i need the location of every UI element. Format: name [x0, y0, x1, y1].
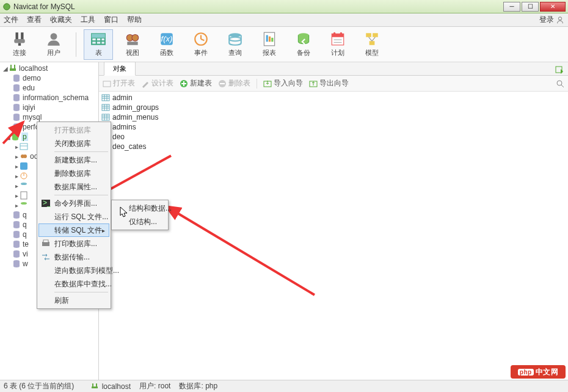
toolbar-query[interactable]: 查询: [220, 29, 250, 60]
svg-rect-15: [127, 42, 137, 45]
queries-icon: [20, 181, 28, 190]
menu-item[interactable]: 数据库属性...: [38, 180, 109, 194]
database-icon: [12, 93, 21, 102]
connection-node[interactable]: ◢ localhost: [0, 64, 98, 73]
svg-text:f(x): f(x): [161, 34, 173, 43]
database-node[interactable]: iqiyi: [0, 103, 98, 112]
database-node[interactable]: edu: [0, 83, 98, 93]
database-icon: [12, 123, 21, 131]
toolbar-report[interactable]: 报表: [255, 29, 284, 60]
menu-item[interactable]: 转储 SQL 文件▸: [38, 223, 109, 237]
table-icon: [101, 93, 110, 102]
svg-point-58: [21, 202, 27, 205]
maximize-button[interactable]: ☐: [522, 2, 539, 12]
database-node[interactable]: mysql: [0, 112, 98, 122]
svg-rect-49: [20, 143, 27, 150]
svg-rect-78: [102, 104, 109, 111]
menu-item: 打开数据库: [38, 123, 109, 137]
toolbar-model[interactable]: 模型: [357, 29, 387, 60]
search-icon[interactable]: [556, 79, 564, 88]
menu-view[interactable]: 查看: [27, 15, 42, 25]
database-node[interactable]: demo: [0, 73, 98, 83]
menu-item[interactable]: 删除数据库: [38, 167, 109, 180]
toolbar-user[interactable]: 用户: [39, 29, 68, 60]
svg-line-37: [369, 37, 372, 42]
tab-action-icon[interactable]: [555, 65, 564, 75]
delete-icon: [218, 79, 227, 88]
svg-rect-24: [266, 35, 268, 42]
database-icon: [12, 260, 21, 268]
minimize-button[interactable]: ─: [503, 2, 520, 12]
database-node[interactable]: information_schema: [0, 93, 98, 103]
delete-table-button[interactable]: 删除表: [218, 78, 250, 89]
svg-rect-36: [370, 41, 375, 45]
open-table-button[interactable]: 打开表: [103, 78, 135, 89]
toolbar-function[interactable]: f(x) 函数: [152, 29, 181, 60]
new-table-button[interactable]: 新建表: [180, 78, 212, 89]
table-row[interactable]: admin_menus: [101, 112, 566, 122]
table-row[interactable]: deo: [101, 132, 566, 142]
close-button[interactable]: ✕: [540, 2, 566, 12]
menu-item[interactable]: 关闭数据库: [38, 137, 109, 150]
window-title: Navicat for MySQL: [13, 2, 503, 11]
database-icon: [12, 84, 21, 92]
toolbar-backup[interactable]: 备份: [289, 29, 318, 60]
toolbar-schedule[interactable]: 计划: [323, 29, 352, 60]
login-link[interactable]: 登录: [539, 15, 564, 25]
menu-favorites[interactable]: 收藏夹: [50, 15, 72, 25]
svg-rect-103: [92, 383, 93, 387]
menu-item[interactable]: 打印数据库...: [38, 237, 109, 250]
views-icon: [20, 152, 28, 161]
menu-file[interactable]: 文件: [4, 15, 18, 25]
table-list[interactable]: adminadmin_groupsadmin_menusadminsdeodeo…: [99, 92, 568, 380]
toolbar-table[interactable]: 表: [84, 29, 113, 60]
design-icon: [141, 79, 150, 88]
svg-rect-105: [92, 387, 98, 388]
object-toolbar: 打开表 设计表 新建表 删除表 导入向导 导出向导: [99, 76, 568, 92]
svg-rect-12: [92, 34, 105, 38]
menu-item[interactable]: 新建数据库...: [38, 153, 109, 167]
table-icon: [101, 103, 110, 112]
menu-tools[interactable]: 工具: [81, 15, 95, 25]
design-table-button[interactable]: 设计表: [141, 78, 173, 89]
table-row[interactable]: admin: [101, 93, 566, 103]
toolbar-event[interactable]: 事件: [186, 29, 216, 60]
menu-item[interactable]: 运行 SQL 文件...: [38, 210, 109, 223]
menu-item[interactable]: 在数据库中查找...: [38, 277, 109, 291]
table-row[interactable]: admins: [101, 122, 566, 132]
toolbar-connection[interactable]: 连接: [5, 29, 34, 60]
svg-rect-109: [43, 240, 48, 242]
expand-icon[interactable]: ◢: [2, 65, 9, 72]
database-context-menu[interactable]: 打开数据库关闭数据库新建数据库...删除数据库数据库属性...>_命令列界面..…: [37, 122, 111, 309]
tab-objects[interactable]: 对象: [104, 62, 136, 76]
import-wizard-button[interactable]: 导入向导: [263, 78, 303, 89]
table-row[interactable]: deo_cates: [101, 142, 566, 151]
svg-rect-26: [271, 38, 273, 42]
menu-help[interactable]: 帮助: [127, 15, 142, 25]
menu-item[interactable]: >_命令列界面...: [38, 197, 109, 210]
svg-rect-41: [10, 68, 16, 71]
svg-line-38: [372, 37, 375, 42]
app-icon: [2, 2, 11, 11]
menu-item[interactable]: 刷新: [38, 294, 109, 307]
toolbar-view[interactable]: 视图: [118, 29, 147, 60]
menu-item[interactable]: 逆向数据库到模型...: [38, 264, 109, 277]
menu-item[interactable]: 数据传输...: [38, 250, 109, 264]
database-icon: [12, 230, 21, 239]
console-icon: >_: [41, 198, 51, 208]
svg-rect-53: [20, 162, 27, 170]
export-wizard-button[interactable]: 导出向导: [309, 78, 349, 89]
status-count: 6 表 (6 位于当前的组): [4, 381, 74, 391]
svg-point-14: [132, 34, 139, 41]
svg-rect-104: [96, 383, 97, 387]
svg-rect-25: [269, 37, 271, 42]
expand-icon[interactable]: ◢: [5, 134, 11, 140]
status-server: localhost: [91, 382, 131, 391]
menu-window[interactable]: 窗口: [104, 15, 118, 25]
svg-point-30: [333, 32, 335, 34]
database-icon: [11, 132, 20, 141]
svg-rect-34: [366, 33, 371, 37]
table-row[interactable]: admin_groups: [101, 103, 566, 112]
login-icon: [556, 16, 564, 24]
toolbar-separator: [76, 32, 76, 57]
